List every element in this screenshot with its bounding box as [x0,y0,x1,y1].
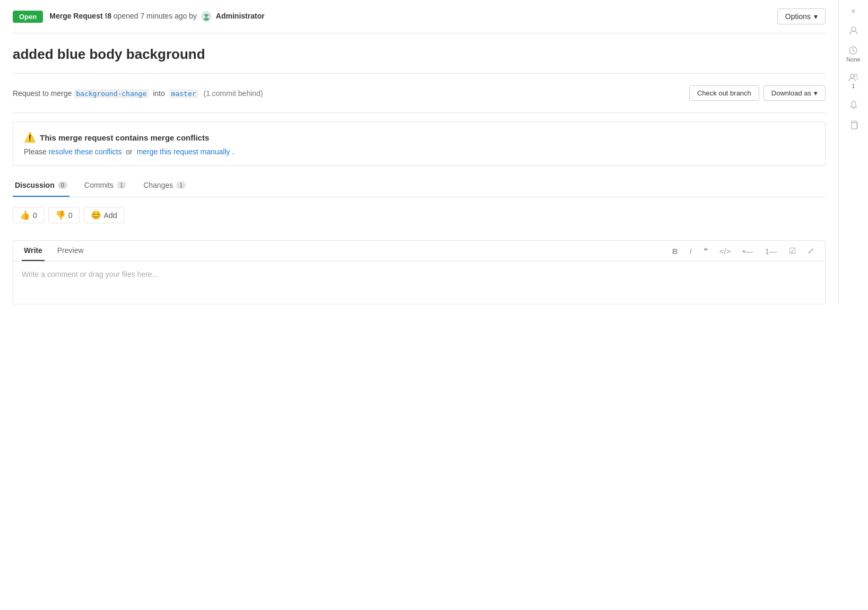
download-as-button[interactable]: Download as ▾ [763,85,826,101]
mr-meta-middle: opened 7 minutes ago by [114,12,197,20]
discussion-tab-label: Discussion [15,181,55,189]
ordered-list-button[interactable]: 1— [763,245,779,258]
copy-icon [849,120,858,129]
sidebar-copy[interactable] [849,120,858,129]
sidebar-notifications[interactable] [849,100,858,109]
svg-point-5 [852,27,856,31]
comment-box: Write Preview B I ❝ </> •— 1— ☑ ⤢ Write … [13,240,826,304]
participants-count: 1 [852,83,855,89]
svg-point-3 [203,14,205,16]
tab-commits[interactable]: Commits 1 [82,175,128,197]
source-branch-link[interactable]: background-change [74,89,149,98]
quote-button[interactable]: ❝ [701,244,710,258]
user-icon [849,25,858,35]
merge-manually-link[interactable]: merge this request manually [137,147,230,156]
tab-changes[interactable]: Changes 1 [141,175,188,197]
download-as-label: Download as [771,89,811,97]
mr-meta: Merge Request !8 opened 7 minutes ago by… [49,11,771,22]
thumbsup-emoji: 👍 [20,210,30,220]
checkbox-button[interactable]: ☑ [787,244,798,258]
sidebar-milestone[interactable]: None [846,46,860,63]
checkout-branch-button[interactable]: Check out branch [689,85,759,101]
discussion-tabs: Discussion 0 Commits 1 Changes 1 [13,175,826,197]
collapse-sidebar-button[interactable]: « [852,6,856,15]
mr-id: !8 [105,12,111,20]
changes-tab-count: 1 [176,181,186,189]
svg-point-7 [850,74,854,78]
svg-rect-9 [852,123,857,129]
author-name: Administrator [216,12,265,20]
add-reaction-button[interactable]: 😊 Add [84,207,124,223]
target-branch-link[interactable]: master [169,89,198,98]
svg-point-1 [205,14,208,17]
discussion-tab-count: 0 [58,181,67,189]
sidebar-participants[interactable]: 1 [848,73,859,89]
author-avatar [201,11,212,22]
thumbsdown-count: 0 [68,211,73,220]
conflict-suffix: . [232,147,234,156]
commits-tab-label: Commits [84,181,114,189]
thumbsdown-emoji: 👎 [55,210,66,220]
thumbsup-count: 0 [33,211,37,220]
unordered-list-button[interactable]: •— [740,245,755,258]
conflict-warning-box: ⚠️ This merge request contains merge con… [13,121,826,166]
changes-tab-label: Changes [143,181,173,189]
comment-tabs-bar: Write Preview B I ❝ </> •— 1— ☑ ⤢ [13,241,825,262]
svg-point-4 [207,14,209,16]
commits-tab-count: 1 [117,181,126,189]
italic-button[interactable]: I [688,245,694,258]
warning-icon: ⚠️ [24,132,36,143]
bell-icon [849,100,858,109]
conflict-prefix: Please [24,147,47,156]
thumbsdown-reaction[interactable]: 👎 0 [48,207,80,223]
conflict-title-text: This merge request contains merge confli… [40,133,209,142]
code-button[interactable]: </> [717,245,733,258]
options-label: Options [785,12,811,21]
bold-button[interactable]: B [670,245,680,258]
reactions-bar: 👍 0 👎 0 😊 Add [13,197,826,230]
tab-discussion[interactable]: Discussion 0 [13,175,70,197]
mr-prefix: Merge Request [49,12,102,20]
tab-preview[interactable]: Preview [55,241,86,261]
clock-icon [848,46,858,55]
tab-write[interactable]: Write [22,241,45,261]
smiley-emoji: 😊 [91,210,101,220]
conflict-middle: or [126,147,132,156]
thumbsup-reaction[interactable]: 👍 0 [13,207,44,223]
svg-point-8 [854,74,857,77]
chevron-down-icon: ▾ [814,12,818,21]
comment-textarea[interactable]: Write a comment or drag your files here.… [13,262,825,304]
participants-icon [848,73,859,82]
mr-title: added blue body background [13,46,826,63]
chevron-down-icon: ▾ [814,89,818,97]
branch-info-text: Request to merge background-change into … [13,89,685,98]
add-reaction-label: Add [104,211,117,220]
milestone-label: None [846,56,860,63]
resolve-conflicts-link[interactable]: resolve these conflicts [49,147,122,156]
checkout-branch-label: Check out branch [697,89,751,97]
options-button[interactable]: Options ▾ [777,8,826,24]
svg-point-2 [204,18,209,21]
right-sidebar: « None 1 [838,0,868,304]
commit-behind: (1 commit behind) [203,89,263,98]
branch-actions: Check out branch Download as ▾ [689,85,826,101]
comment-placeholder: Write a comment or drag your files here.… [22,270,158,278]
conflict-title: ⚠️ This merge request contains merge con… [24,132,814,143]
branch-prefix: Request to merge [13,89,72,98]
into-text: into [153,89,165,98]
fullscreen-button[interactable]: ⤢ [805,244,817,258]
comment-toolbar: B I ❝ </> •— 1— ☑ ⤢ [670,244,817,258]
sidebar-assignee[interactable] [849,25,858,35]
conflict-desc: Please resolve these conflicts or merge … [24,147,814,156]
open-badge: Open [13,11,43,23]
